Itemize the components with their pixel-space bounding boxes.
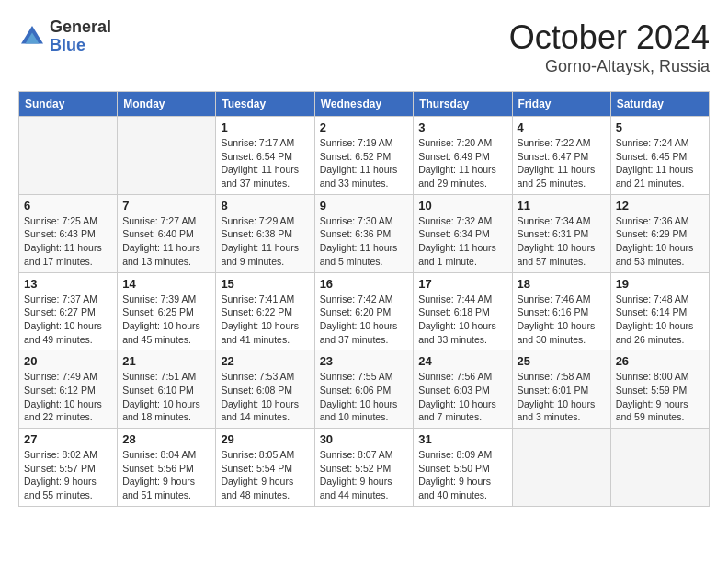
day-number: 19 [616,277,704,291]
day-cell: 25Sunrise: 7:58 AM Sunset: 6:01 PM Dayli… [512,350,610,429]
day-number: 21 [122,354,210,368]
day-info: Sunrise: 7:51 AM Sunset: 6:10 PM Dayligh… [122,370,210,424]
day-number: 10 [418,199,506,213]
day-number: 30 [320,432,409,446]
day-cell [512,429,610,507]
day-number: 29 [221,432,309,446]
day-info: Sunrise: 8:07 AM Sunset: 5:52 PM Dayligh… [320,448,409,502]
day-cell: 11Sunrise: 7:34 AM Sunset: 6:31 PM Dayli… [512,194,610,272]
day-info: Sunrise: 7:25 AM Sunset: 6:43 PM Dayligh… [24,214,112,269]
day-cell: 21Sunrise: 7:51 AM Sunset: 6:10 PM Dayli… [118,350,216,429]
day-cell: 6Sunrise: 7:25 AM Sunset: 6:43 PM Daylig… [19,194,118,272]
day-cell: 9Sunrise: 7:30 AM Sunset: 6:36 PM Daylig… [314,194,414,272]
day-info: Sunrise: 7:48 AM Sunset: 6:14 PM Dayligh… [616,293,704,347]
day-number: 28 [122,432,210,446]
day-number: 11 [518,199,606,213]
day-info: Sunrise: 7:36 AM Sunset: 6:29 PM Dayligh… [616,214,704,269]
day-number: 24 [418,354,506,368]
day-number: 12 [616,199,704,213]
day-cell: 27Sunrise: 8:02 AM Sunset: 5:57 PM Dayli… [19,429,118,507]
week-row-4: 20Sunrise: 7:49 AM Sunset: 6:12 PM Dayli… [19,350,710,429]
month-title: October 2024 [509,18,710,57]
calendar-table: SundayMondayTuesdayWednesdayThursdayFrid… [18,91,710,507]
day-number: 20 [24,354,112,368]
day-info: Sunrise: 7:42 AM Sunset: 6:20 PM Dayligh… [320,293,409,347]
day-info: Sunrise: 7:27 AM Sunset: 6:40 PM Dayligh… [122,214,210,269]
day-cell: 15Sunrise: 7:41 AM Sunset: 6:22 PM Dayli… [216,272,314,350]
weekday-header-thursday: Thursday [414,92,512,117]
day-number: 18 [518,277,606,291]
day-cell: 26Sunrise: 8:00 AM Sunset: 5:59 PM Dayli… [610,350,709,429]
day-number: 9 [320,199,409,213]
day-number: 25 [518,354,606,368]
title-block: October 2024 Gorno-Altaysk, Russia [509,18,710,76]
day-number: 5 [616,121,704,134]
week-row-3: 13Sunrise: 7:37 AM Sunset: 6:27 PM Dayli… [19,272,710,350]
day-cell: 31Sunrise: 8:09 AM Sunset: 5:50 PM Dayli… [414,429,512,507]
location-title: Gorno-Altaysk, Russia [509,57,710,76]
weekday-header-tuesday: Tuesday [216,92,314,117]
day-cell [610,429,709,507]
day-cell: 2Sunrise: 7:19 AM Sunset: 6:52 PM Daylig… [314,117,414,195]
day-cell: 7Sunrise: 7:27 AM Sunset: 6:40 PM Daylig… [118,194,216,272]
weekday-header-saturday: Saturday [610,92,709,117]
day-number: 27 [24,432,112,446]
weekday-header-sunday: Sunday [19,92,118,117]
day-cell: 18Sunrise: 7:46 AM Sunset: 6:16 PM Dayli… [512,272,610,350]
day-info: Sunrise: 8:00 AM Sunset: 5:59 PM Dayligh… [616,370,704,424]
logo-general: General [50,18,111,37]
day-info: Sunrise: 8:04 AM Sunset: 5:56 PM Dayligh… [122,448,210,502]
day-info: Sunrise: 7:49 AM Sunset: 6:12 PM Dayligh… [24,370,112,424]
day-info: Sunrise: 7:32 AM Sunset: 6:34 PM Dayligh… [418,214,506,269]
day-number: 4 [518,121,606,134]
day-cell: 28Sunrise: 8:04 AM Sunset: 5:56 PM Dayli… [118,429,216,507]
day-cell: 14Sunrise: 7:39 AM Sunset: 6:25 PM Dayli… [118,272,216,350]
day-info: Sunrise: 7:58 AM Sunset: 6:01 PM Dayligh… [518,370,606,424]
day-cell: 8Sunrise: 7:29 AM Sunset: 6:38 PM Daylig… [216,194,314,272]
weekday-header-row: SundayMondayTuesdayWednesdayThursdayFrid… [19,92,710,117]
day-info: Sunrise: 7:34 AM Sunset: 6:31 PM Dayligh… [518,214,606,269]
day-info: Sunrise: 8:05 AM Sunset: 5:54 PM Dayligh… [221,448,309,502]
day-info: Sunrise: 7:41 AM Sunset: 6:22 PM Dayligh… [221,293,309,347]
day-cell: 29Sunrise: 8:05 AM Sunset: 5:54 PM Dayli… [216,429,314,507]
day-info: Sunrise: 7:30 AM Sunset: 6:36 PM Dayligh… [320,214,409,269]
day-number: 2 [320,121,409,134]
day-number: 8 [221,199,309,213]
day-info: Sunrise: 7:53 AM Sunset: 6:08 PM Dayligh… [221,370,309,424]
weekday-header-wednesday: Wednesday [314,92,414,117]
day-cell: 17Sunrise: 7:44 AM Sunset: 6:18 PM Dayli… [414,272,512,350]
day-cell: 12Sunrise: 7:36 AM Sunset: 6:29 PM Dayli… [610,194,709,272]
day-info: Sunrise: 7:24 AM Sunset: 6:45 PM Dayligh… [616,136,704,190]
day-info: Sunrise: 7:46 AM Sunset: 6:16 PM Dayligh… [518,293,606,347]
day-number: 16 [320,277,409,291]
day-number: 23 [320,354,409,368]
day-info: Sunrise: 7:39 AM Sunset: 6:25 PM Dayligh… [122,293,210,347]
day-number: 1 [221,121,309,134]
day-cell [19,117,118,195]
logo-icon [18,23,46,51]
day-info: Sunrise: 7:22 AM Sunset: 6:47 PM Dayligh… [518,136,606,190]
day-cell: 30Sunrise: 8:07 AM Sunset: 5:52 PM Dayli… [314,429,414,507]
week-row-1: 1Sunrise: 7:17 AM Sunset: 6:54 PM Daylig… [19,117,710,195]
day-cell: 20Sunrise: 7:49 AM Sunset: 6:12 PM Dayli… [19,350,118,429]
logo: General Blue [18,18,111,55]
day-cell: 16Sunrise: 7:42 AM Sunset: 6:20 PM Dayli… [314,272,414,350]
day-info: Sunrise: 7:37 AM Sunset: 6:27 PM Dayligh… [24,293,112,347]
day-info: Sunrise: 8:02 AM Sunset: 5:57 PM Dayligh… [24,448,112,502]
day-cell: 3Sunrise: 7:20 AM Sunset: 6:49 PM Daylig… [414,117,512,195]
day-info: Sunrise: 8:09 AM Sunset: 5:50 PM Dayligh… [418,448,506,502]
day-number: 7 [122,199,210,213]
day-cell [118,117,216,195]
day-number: 3 [418,121,506,134]
day-cell: 10Sunrise: 7:32 AM Sunset: 6:34 PM Dayli… [414,194,512,272]
week-row-5: 27Sunrise: 8:02 AM Sunset: 5:57 PM Dayli… [19,429,710,507]
day-number: 15 [221,277,309,291]
day-cell: 24Sunrise: 7:56 AM Sunset: 6:03 PM Dayli… [414,350,512,429]
day-number: 31 [418,432,506,446]
day-number: 26 [616,354,704,368]
day-number: 17 [418,277,506,291]
day-number: 13 [24,277,112,291]
weekday-header-monday: Monday [118,92,216,117]
day-cell: 1Sunrise: 7:17 AM Sunset: 6:54 PM Daylig… [216,117,314,195]
day-cell: 19Sunrise: 7:48 AM Sunset: 6:14 PM Dayli… [610,272,709,350]
